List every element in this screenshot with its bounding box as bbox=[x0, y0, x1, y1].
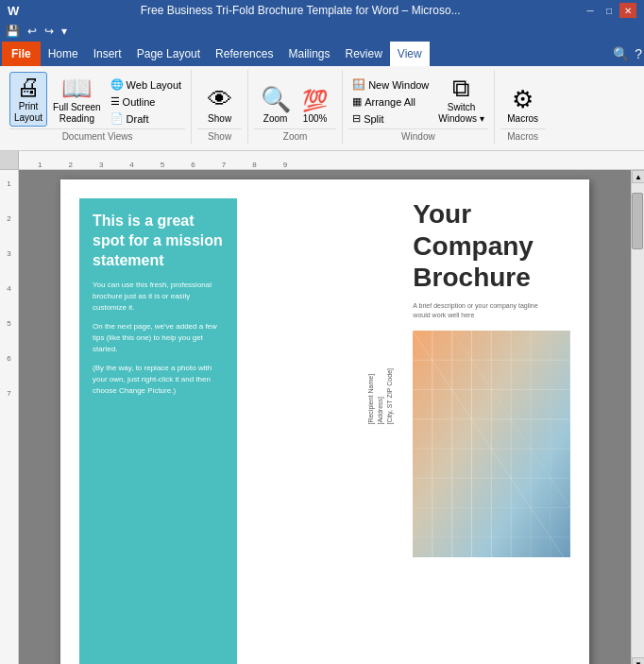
ribbon-group-window: 🪟 New Window ▦ Arrange All ⊟ Split ⧉ Swi… bbox=[343, 70, 495, 144]
menu-bar: File Home Insert Page Layout References … bbox=[0, 42, 644, 66]
zoom-label: Zoom bbox=[263, 113, 288, 125]
100-percent-button[interactable]: 💯 100% bbox=[297, 89, 334, 127]
outline-button[interactable]: ☰ Outline bbox=[107, 94, 186, 110]
full-screen-reading-button[interactable]: 📖 Full ScreenReading bbox=[49, 74, 105, 127]
maximize-button[interactable]: □ bbox=[601, 3, 618, 18]
new-window-label: New Window bbox=[368, 79, 429, 91]
macros-icon: ⚙ bbox=[512, 87, 534, 111]
customize-qa-button[interactable]: ▾ bbox=[59, 25, 69, 38]
undo-qa-button[interactable]: ↩ bbox=[25, 25, 39, 38]
draft-button[interactable]: 📄 Draft bbox=[107, 111, 186, 127]
zoom-button[interactable]: 🔍 Zoom bbox=[257, 85, 295, 127]
ruler-corner bbox=[0, 151, 19, 170]
window-group-label: Window bbox=[348, 128, 488, 142]
close-button[interactable]: ✕ bbox=[619, 3, 636, 18]
body-text-2: On the next page, we've added a few tips… bbox=[93, 321, 224, 355]
title-bar: W Free Business Tri-Fold Brochure Templa… bbox=[0, 0, 644, 21]
building-svg bbox=[413, 331, 570, 557]
outline-label: Outline bbox=[123, 96, 156, 108]
ribbon: 🖨 PrintLayout 📖 Full ScreenReading 🌐 Web… bbox=[0, 66, 644, 151]
print-layout-button[interactable]: 🖨 PrintLayout bbox=[9, 72, 47, 127]
body-text-1: You can use this fresh, professional bro… bbox=[93, 280, 224, 314]
full-screen-reading-label: Full ScreenReading bbox=[53, 102, 101, 125]
menu-home[interactable]: Home bbox=[41, 42, 86, 66]
macros-label: Macros bbox=[507, 113, 538, 125]
recipient-address: [Recipient Name][Address][City, ST ZIP C… bbox=[366, 368, 394, 425]
split-label: Split bbox=[364, 113, 383, 125]
teal-panel: This is a great spot for a mission state… bbox=[79, 198, 237, 664]
arrange-all-label: Arrange All bbox=[364, 96, 415, 108]
scroll-track[interactable] bbox=[632, 183, 644, 657]
vertical-ruler: 1234567 bbox=[0, 170, 19, 664]
menu-references[interactable]: References bbox=[208, 42, 280, 66]
building-image bbox=[413, 331, 570, 557]
draft-icon: 📄 bbox=[110, 112, 124, 125]
show-group-label: Show bbox=[197, 128, 242, 142]
body-text-3: (By the way, to replace a photo with you… bbox=[93, 363, 224, 397]
file-menu-button[interactable]: File bbox=[2, 42, 41, 66]
switch-windows-label: SwitchWindows ▾ bbox=[438, 102, 483, 125]
menu-review[interactable]: Review bbox=[337, 42, 389, 66]
web-layout-icon: 🌐 bbox=[110, 78, 124, 91]
arrange-all-icon: ▦ bbox=[352, 95, 362, 108]
show-label: Show bbox=[208, 113, 231, 125]
middle-column: [Recipient Name][Address][City, ST ZIP C… bbox=[246, 198, 404, 664]
switch-windows-icon: ⧉ bbox=[452, 76, 470, 100]
redo-qa-button[interactable]: ↪ bbox=[42, 25, 56, 38]
arrange-all-button[interactable]: ▦ Arrange All bbox=[348, 94, 432, 110]
brochure-layout: This is a great spot for a mission state… bbox=[79, 198, 570, 664]
show-button[interactable]: 👁 Show bbox=[201, 85, 239, 127]
zoom-icon: 🔍 bbox=[261, 87, 291, 111]
draft-label: Draft bbox=[127, 113, 149, 125]
split-button[interactable]: ⊟ Split bbox=[348, 111, 432, 127]
web-layout-label: Web Layout bbox=[127, 79, 182, 91]
macros-group-label: Macros bbox=[500, 128, 546, 142]
document-area[interactable]: This is a great spot for a mission state… bbox=[19, 170, 631, 664]
ribbon-group-show: 👁 Show Show bbox=[192, 70, 248, 144]
minimize-button[interactable]: ─ bbox=[582, 3, 599, 18]
macros-button[interactable]: ⚙ Macros bbox=[503, 85, 542, 127]
scroll-thumb[interactable] bbox=[632, 193, 643, 249]
web-layout-button[interactable]: 🌐 Web Layout bbox=[107, 77, 186, 93]
print-layout-icon: 🖨 bbox=[16, 75, 41, 99]
help-search-button[interactable]: 🔍 bbox=[613, 46, 629, 61]
print-layout-label: PrintLayout bbox=[14, 101, 42, 124]
new-window-icon: 🪟 bbox=[352, 78, 365, 91]
window-title: Free Business Tri-Fold Brochure Template… bbox=[19, 4, 582, 17]
ruler-marks: 123456789 bbox=[19, 151, 644, 169]
right-column: YourCompanyBrochure A brief description … bbox=[413, 198, 570, 664]
show-icon: 👁 bbox=[208, 87, 232, 111]
switch-windows-button[interactable]: ⧉ SwitchWindows ▾ bbox=[434, 74, 487, 127]
menu-insert[interactable]: Insert bbox=[86, 42, 129, 66]
menu-page-layout[interactable]: Page Layout bbox=[129, 42, 208, 66]
menu-mailings[interactable]: Mailings bbox=[280, 42, 337, 66]
word-icon: W bbox=[8, 4, 19, 18]
quick-access-toolbar: 💾 ↩ ↪ ▾ bbox=[0, 21, 644, 42]
help-button[interactable]: ? bbox=[635, 46, 642, 61]
ribbon-group-document-views: 🖨 PrintLayout 📖 Full ScreenReading 🌐 Web… bbox=[4, 70, 192, 144]
ruler-area: 123456789 bbox=[0, 151, 644, 170]
save-qa-button[interactable]: 💾 bbox=[4, 25, 22, 38]
ribbon-group-macros: ⚙ Macros Macros bbox=[495, 70, 551, 144]
company-tagline: A brief description or your company tagl… bbox=[413, 301, 570, 320]
100-percent-icon: 💯 bbox=[302, 91, 328, 111]
full-screen-reading-icon: 📖 bbox=[61, 76, 92, 100]
new-window-button[interactable]: 🪟 New Window bbox=[348, 77, 432, 93]
document-page: This is a great spot for a mission state… bbox=[60, 179, 589, 664]
100-percent-label: 100% bbox=[303, 113, 328, 125]
outline-icon: ☰ bbox=[110, 95, 120, 108]
menu-view[interactable]: View bbox=[390, 42, 430, 66]
left-column: This is a great spot for a mission state… bbox=[79, 198, 237, 664]
company-name-heading: YourCompanyBrochure bbox=[413, 198, 570, 294]
ruler-horizontal: 123456789 bbox=[19, 151, 644, 170]
scroll-down-button[interactable]: ▼ bbox=[632, 657, 644, 664]
document-views-label: Document Views bbox=[9, 128, 185, 142]
zoom-group-label: Zoom bbox=[254, 128, 336, 142]
scroll-up-button[interactable]: ▲ bbox=[632, 170, 644, 183]
ribbon-group-zoom: 🔍 Zoom 💯 100% Zoom bbox=[248, 70, 343, 144]
split-icon: ⊟ bbox=[352, 112, 361, 125]
menu-items: Home Insert Page Layout References Maili… bbox=[41, 42, 430, 66]
main-area: 1234567 This is a great spot for a missi… bbox=[0, 170, 644, 664]
vertical-scrollbar[interactable]: ▲ ▼ bbox=[631, 170, 644, 664]
mission-statement-headline: This is a great spot for a mission state… bbox=[93, 212, 224, 270]
